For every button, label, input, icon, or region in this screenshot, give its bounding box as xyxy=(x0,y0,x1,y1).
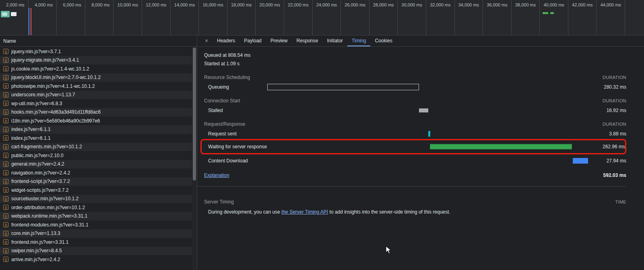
timing-label: Waiting for server response xyxy=(202,144,267,150)
overview-activity-bar xyxy=(11,12,17,16)
request-name: i18n.min.js?ver=5e580eb46a90c2b997e6 xyxy=(11,118,100,124)
timeline-tick-label: 6,000 ms xyxy=(57,0,85,35)
request-row[interactable]: {}sourcebuster.min.js?ver=10.1.2 xyxy=(0,195,192,204)
request-row[interactable]: {}general.min.js?ver=2.4.2 xyxy=(0,160,192,169)
script-file-icon: {} xyxy=(3,135,8,141)
script-file-icon: {} xyxy=(3,153,8,158)
queued-at-text: Queued at 808.54 ms xyxy=(197,52,626,58)
tab-response[interactable]: Response xyxy=(292,35,322,46)
close-icon[interactable]: × xyxy=(200,35,213,46)
request-row[interactable]: {}frontend-modules.min.js?ver=3.31.1 xyxy=(0,220,192,229)
request-row[interactable]: {}wp-util.min.js?ver=6.8.3 xyxy=(0,99,192,108)
request-row[interactable]: {}cart-fragments.min.js?ver=10.1.2 xyxy=(0,143,192,152)
server-timing-api-link[interactable]: the Server Timing API xyxy=(281,209,328,215)
script-file-icon: {} xyxy=(3,58,8,63)
tab-preview[interactable]: Preview xyxy=(266,35,292,46)
request-row[interactable]: {}js.cookie.min.js?ver=2.1.4-wc.10.1.2 xyxy=(0,64,192,73)
requests-scrollbar[interactable] xyxy=(192,47,197,270)
timing-bar-track xyxy=(267,140,587,153)
timing-label: Request sent xyxy=(197,131,267,137)
request-row[interactable]: {}widget-scripts.js?ver=3.7.2 xyxy=(0,186,192,195)
request-name: navigation.min.js?ver=2.4.2 xyxy=(11,170,70,176)
timeline-tick-label: 18,000 ms xyxy=(227,0,256,35)
request-row[interactable]: {}index.js?ver=6.1.1 xyxy=(0,134,192,143)
request-row[interactable]: {}webpack.runtime.min.js?ver=3.31.1 xyxy=(0,212,192,221)
request-row[interactable]: {}order-attribution.min.js?ver=10.1.2 xyxy=(0,203,192,212)
script-file-icon: {} xyxy=(3,127,8,132)
request-row[interactable]: {}frontend-script.js?ver=3.7.2 xyxy=(0,177,192,186)
request-row[interactable]: {}underscore.min.js?ver=1.13.7 xyxy=(0,91,192,100)
request-row[interactable]: {}photoswipe.min.js?ver=4.1.1-wc.10.1.2 xyxy=(0,82,192,91)
duration-column-header: DURATION xyxy=(603,98,626,104)
request-name: webpack.runtime.min.js?ver=3.31.1 xyxy=(11,213,87,219)
server-timing-text-after: to add insights into the server-side tim… xyxy=(328,209,450,215)
timeline-tick-label: 34,000 ms xyxy=(455,0,483,35)
request-detail-panel: × HeadersPayloadPreviewResponseInitiator… xyxy=(197,35,644,270)
request-row[interactable]: {}frontend.min.js?ver=3.31.1 xyxy=(0,238,192,247)
timeline-tick-label: 32,000 ms xyxy=(426,0,455,35)
total-duration: 592.03 ms xyxy=(603,172,626,178)
request-name: sourcebuster.min.js?ver=10.1.2 xyxy=(11,196,78,201)
timing-label: Stalled xyxy=(197,108,267,113)
request-name: frontend.min.js?ver=3.31.1 xyxy=(11,239,68,245)
timing-duration: 27.94 ms xyxy=(588,158,626,164)
timeline-tick-label: 4,000 ms xyxy=(29,0,57,35)
server-timing-title: Server Timing xyxy=(204,199,234,205)
request-name: arrive.min.js?ver=2.4.2 xyxy=(11,257,60,262)
request-row[interactable]: {}hooks.min.js?ver=4d63a3d491d11ffd8ac6 xyxy=(0,108,192,117)
timeline-tick-label: 10,000 ms xyxy=(114,0,142,35)
section-divider xyxy=(197,186,626,187)
request-name: jquery-migrate.min.js?ver=3.4.1 xyxy=(11,57,79,63)
section-title: Resource Scheduling xyxy=(204,74,250,81)
started-at-text: Started at 1.09 s xyxy=(197,61,626,66)
overview-activity-bar xyxy=(550,12,554,14)
request-name: hooks.min.js?ver=4d63a3d491d11ffd8ac6 xyxy=(11,109,101,115)
server-timing-text: During development, you can use the Serv… xyxy=(197,209,626,215)
timeline-tick-label: 36,000 ms xyxy=(483,0,512,35)
overview-activity-bar xyxy=(2,12,7,16)
tab-timing[interactable]: Timing xyxy=(347,35,371,46)
request-row[interactable]: {}index.js?ver=6.1.1 xyxy=(0,125,192,134)
tab-cookies[interactable]: Cookies xyxy=(370,35,396,46)
timing-bar-track xyxy=(267,156,588,166)
script-file-icon: {} xyxy=(3,49,8,54)
script-file-icon: {} xyxy=(3,118,8,123)
request-row[interactable]: {}swiper.min.js?ver=8.4.5 xyxy=(0,247,192,255)
tab-payload[interactable]: Payload xyxy=(239,35,266,46)
request-name: jquery.blockUI.min.js?ver=2.7.0-wc.10.1.… xyxy=(11,75,101,80)
request-name: wp-util.min.js?ver=6.8.3 xyxy=(11,101,62,106)
script-file-icon: {} xyxy=(3,83,8,89)
request-row[interactable]: {}jquery.blockUI.min.js?ver=2.7.0-wc.10.… xyxy=(0,73,192,82)
network-overview-timeline[interactable]: 2,000 ms4,000 ms6,000 ms8,000 ms10,000 m… xyxy=(0,0,644,35)
section-title: Connection Start xyxy=(204,98,240,104)
request-row[interactable]: {}jquery-migrate.min.js?ver=3.4.1 xyxy=(0,56,192,65)
timing-label: Queueing xyxy=(197,84,267,90)
requests-list: {}jquery.min.js?ver=3.7.1{}jquery-migrat… xyxy=(0,47,192,270)
request-row[interactable]: {}i18n.min.js?ver=5e580eb46a90c2b997e6 xyxy=(0,116,192,125)
tab-initiator[interactable]: Initiator xyxy=(322,35,347,46)
request-name: core.min.js?ver=1.13.3 xyxy=(11,231,60,236)
request-row[interactable]: {}navigation.min.js?ver=2.4.2 xyxy=(0,168,192,177)
request-row[interactable]: {}arrive.min.js?ver=2.4.2 xyxy=(0,255,192,264)
tab-headers[interactable]: Headers xyxy=(213,35,239,46)
requests-panel: Name {}jquery.min.js?ver=3.7.1{}jquery-m… xyxy=(0,35,197,270)
server-timing-header: Server Timing TIME xyxy=(197,199,626,205)
request-row[interactable]: {}public.min.js?ver=2.10.0 xyxy=(0,151,192,160)
name-column-header[interactable]: Name xyxy=(0,35,197,47)
timing-row-queueing: Queueing280.32 ms xyxy=(197,82,626,92)
timing-bar-stalled xyxy=(419,108,428,112)
request-name: photoswipe.min.js?ver=4.1.1-wc.10.1.2 xyxy=(11,83,95,89)
script-file-icon: {} xyxy=(3,162,8,167)
timing-duration: 262.96 ms xyxy=(587,144,625,150)
timing-bar-content-download xyxy=(573,158,588,164)
request-row[interactable]: {}jquery.min.js?ver=3.7.1 xyxy=(0,47,192,56)
script-file-icon: {} xyxy=(3,239,8,245)
timing-bar-waiting-for-server-response xyxy=(430,144,572,150)
timeline-tick-label: 8,000 ms xyxy=(85,0,114,35)
scrollbar-thumb[interactable] xyxy=(193,48,196,181)
request-row[interactable]: {}core.min.js?ver=1.13.3 xyxy=(0,229,192,238)
explanation-link[interactable]: Explanation xyxy=(204,172,229,178)
timeline-tick-label: 24,000 ms xyxy=(313,0,341,35)
request-name: swiper.min.js?ver=8.4.5 xyxy=(11,248,62,253)
request-name: underscore.min.js?ver=1.13.7 xyxy=(11,92,75,98)
